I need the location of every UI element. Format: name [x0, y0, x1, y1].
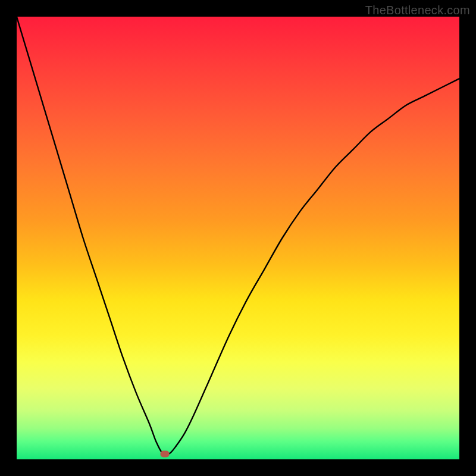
bottleneck-curve: [17, 17, 459, 459]
chart-frame: TheBottleneck.com: [0, 0, 476, 476]
minimum-marker: [161, 451, 170, 458]
plot-area: [17, 17, 459, 459]
watermark-text: TheBottleneck.com: [365, 4, 470, 17]
